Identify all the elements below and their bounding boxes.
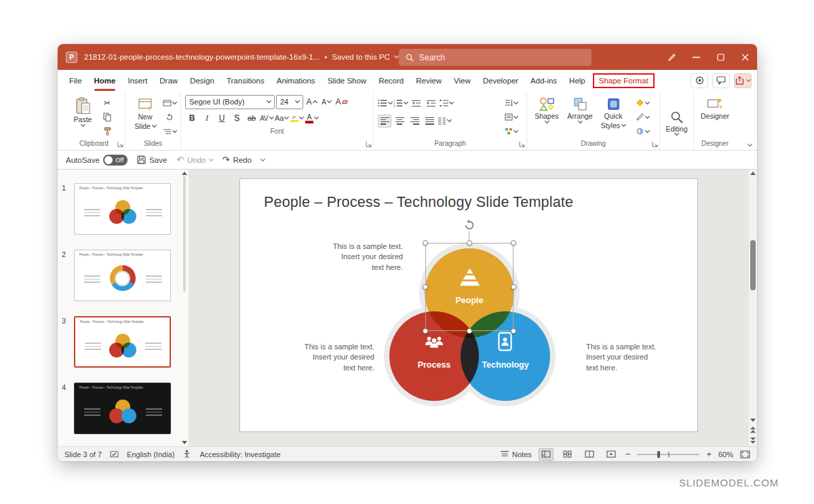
shapes-button[interactable]: Shapes <box>531 95 562 138</box>
font-dialog-launcher[interactable] <box>366 141 372 147</box>
zoom-slider-thumb[interactable] <box>657 451 660 458</box>
spell-check-icon[interactable] <box>110 450 119 459</box>
line-spacing-button[interactable] <box>439 97 453 110</box>
draw-ink-button[interactable] <box>659 44 684 70</box>
drawing-dialog-launcher[interactable] <box>652 141 658 147</box>
copy-button[interactable] <box>100 111 114 123</box>
reading-view-button[interactable] <box>582 448 597 461</box>
next-slide-button[interactable] <box>750 438 756 444</box>
justify-button[interactable] <box>423 115 436 128</box>
tab-shape-format[interactable]: Shape Format <box>593 73 655 88</box>
save-button[interactable]: Save <box>137 155 167 164</box>
highlight-color-button[interactable] <box>290 112 303 125</box>
scroll-up-arrow[interactable] <box>182 172 187 175</box>
slide-thumbnail-1[interactable]: People – Process – Technology Slide Temp… <box>74 183 171 235</box>
share-button[interactable] <box>734 73 752 88</box>
bullets-button[interactable] <box>378 97 392 110</box>
paragraph-dialog-launcher[interactable] <box>519 141 525 147</box>
selection-handle[interactable] <box>511 328 516 334</box>
align-left-button[interactable] <box>378 115 391 128</box>
previous-slide-button[interactable] <box>750 427 756 433</box>
increase-indent-button[interactable] <box>424 97 438 110</box>
scroll-up-arrow[interactable] <box>750 172 756 175</box>
decrease-font-size-button[interactable]: A <box>319 96 333 109</box>
clipboard-dialog-launcher[interactable] <box>117 141 123 147</box>
collapse-ribbon-icon[interactable] <box>748 142 752 147</box>
slide-sorter-view-button[interactable] <box>560 448 575 461</box>
cut-button[interactable]: ✂ <box>100 96 114 109</box>
scroll-down-arrow[interactable] <box>182 441 187 444</box>
sample-text-left[interactable]: This is a sample text. Insert your desir… <box>279 342 374 373</box>
language-indicator[interactable]: English (India) <box>127 450 174 459</box>
selection-handle[interactable] <box>423 240 428 246</box>
tab-help[interactable]: Help <box>563 70 592 91</box>
record-button[interactable] <box>691 73 708 88</box>
font-size-select[interactable]: 24 <box>276 95 303 109</box>
comments-button[interactable] <box>712 73 730 88</box>
columns-button[interactable] <box>438 115 451 128</box>
zoom-level[interactable]: 60% <box>718 450 733 459</box>
text-direction-button[interactable] <box>499 96 522 109</box>
text-shadow-button[interactable]: S <box>230 112 244 125</box>
tab-animations[interactable]: Animations <box>271 70 322 91</box>
normal-view-button[interactable] <box>539 448 554 461</box>
paste-button[interactable]: Paste <box>67 95 98 138</box>
shape-effects-button[interactable] <box>631 125 654 138</box>
notes-button[interactable]: Notes <box>501 450 532 459</box>
italic-button[interactable]: I <box>200 112 214 125</box>
tab-view[interactable]: View <box>448 70 477 91</box>
font-name-select[interactable]: Segoe UI (Body) <box>185 95 275 109</box>
increase-font-size-button[interactable]: A <box>305 96 318 109</box>
sample-text-top[interactable]: This is a sample text. Insert your desir… <box>308 241 403 273</box>
minimize-button[interactable] <box>684 44 708 70</box>
tab-draw[interactable]: Draw <box>153 70 184 91</box>
powerpoint-app-icon[interactable]: P <box>66 52 77 63</box>
strikethrough-button[interactable]: ab <box>245 112 258 125</box>
selection-handle[interactable] <box>511 240 516 246</box>
selection-handle[interactable] <box>467 240 472 246</box>
shape-outline-button[interactable] <box>631 111 654 123</box>
tab-insert[interactable]: Insert <box>121 70 153 91</box>
zoom-in-button[interactable]: + <box>706 449 712 459</box>
align-center-button[interactable] <box>393 115 406 128</box>
fit-to-window-icon[interactable] <box>740 450 750 459</box>
editing-button[interactable]: Editing <box>664 109 689 137</box>
section-button[interactable] <box>163 125 176 138</box>
clear-formatting-button[interactable]: A <box>334 96 348 109</box>
scrollbar-thumb[interactable] <box>183 176 186 292</box>
bold-button[interactable]: B <box>185 112 199 125</box>
sample-text-right[interactable]: This is a sample text. Insert your desir… <box>586 342 688 373</box>
slide-thumbnail-4[interactable]: People – Process – Technology Slide Temp… <box>74 383 171 434</box>
layout-button[interactable] <box>163 96 176 109</box>
accessibility-status[interactable]: Accessibility: Investigate <box>199 450 280 459</box>
underline-button[interactable]: U <box>215 112 229 125</box>
tab-transitions[interactable]: Transitions <box>220 70 271 91</box>
close-button[interactable] <box>733 44 757 70</box>
decrease-indent-button[interactable] <box>409 97 423 110</box>
maximize-button[interactable] <box>708 44 733 70</box>
reset-button[interactable] <box>163 111 176 123</box>
tab-record[interactable]: Record <box>372 70 410 91</box>
selection-handle[interactable] <box>467 328 472 334</box>
tab-home[interactable]: Home <box>88 70 122 91</box>
shape-fill-button[interactable] <box>631 96 654 109</box>
selection-handle[interactable] <box>423 284 428 290</box>
scroll-down-arrow[interactable] <box>750 419 756 422</box>
slide-thumbnail-3-selected[interactable]: People – Process – Technology Slide Temp… <box>74 316 171 368</box>
numbering-button[interactable]: 123 <box>393 97 408 110</box>
zoom-slider[interactable] <box>637 454 699 455</box>
scrollbar-thumb[interactable] <box>750 240 756 290</box>
tab-file[interactable]: File <box>63 70 88 91</box>
tab-developer[interactable]: Developer <box>477 70 524 91</box>
format-painter-button[interactable] <box>100 125 114 138</box>
autosave-toggle[interactable]: AutoSave Off <box>66 155 128 166</box>
change-case-button[interactable]: Aa <box>275 112 288 125</box>
align-right-button[interactable] <box>408 115 421 128</box>
tab-review[interactable]: Review <box>410 70 448 91</box>
slide-title[interactable]: People – Process – Technology Slide Temp… <box>264 194 573 211</box>
designer-button[interactable]: Designer <box>699 95 731 138</box>
slide-show-button[interactable] <box>604 448 619 461</box>
new-slide-button[interactable]: New Slide <box>130 95 161 138</box>
convert-to-smartart-button[interactable] <box>499 125 522 138</box>
rotation-handle[interactable] <box>464 220 475 231</box>
